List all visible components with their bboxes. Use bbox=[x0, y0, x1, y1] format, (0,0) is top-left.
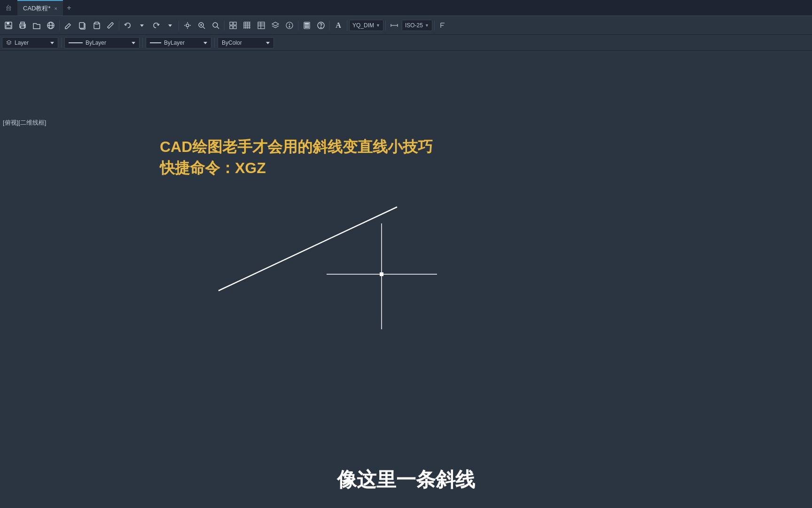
new-tab-button[interactable]: + bbox=[63, 0, 75, 16]
pan-button[interactable] bbox=[181, 18, 194, 32]
svg-point-50 bbox=[308, 27, 309, 28]
svg-point-6 bbox=[24, 25, 25, 26]
cad-drawing-canvas bbox=[0, 52, 812, 508]
grid-button[interactable] bbox=[226, 18, 240, 32]
separator bbox=[59, 20, 60, 31]
svg-rect-4 bbox=[21, 22, 24, 24]
crosshair-center bbox=[380, 272, 383, 276]
open-button[interactable] bbox=[30, 18, 43, 32]
svg-rect-14 bbox=[108, 22, 114, 28]
bylayer1-arrow bbox=[132, 41, 135, 45]
bylayer2-dropdown[interactable]: ByLayer bbox=[146, 37, 211, 48]
main-toolbar: A YQ_DIM ▼ ISO-25 ▼ bbox=[0, 16, 812, 35]
svg-marker-60 bbox=[50, 42, 54, 44]
redo-dropdown[interactable] bbox=[164, 18, 177, 32]
svg-rect-44 bbox=[305, 23, 309, 24]
undo-dropdown[interactable] bbox=[135, 18, 148, 32]
grid2-button[interactable] bbox=[241, 18, 254, 32]
iso-25-dropdown[interactable]: ISO-25 ▼ bbox=[402, 20, 432, 31]
separator9 bbox=[434, 20, 435, 31]
svg-rect-35 bbox=[258, 22, 265, 29]
inactive-tab[interactable]: 台 bbox=[0, 0, 17, 16]
text-button[interactable]: A bbox=[332, 18, 345, 32]
yq-dim-label: YQ_DIM bbox=[352, 22, 374, 29]
calculator-button[interactable] bbox=[300, 18, 313, 32]
copy-button[interactable] bbox=[76, 18, 89, 32]
svg-point-45 bbox=[305, 25, 306, 26]
svg-marker-59 bbox=[7, 40, 11, 43]
svg-marker-39 bbox=[272, 22, 279, 26]
text-icon: A bbox=[336, 21, 341, 30]
layers-button[interactable] bbox=[269, 18, 282, 32]
edit-button[interactable] bbox=[62, 18, 75, 32]
save-button[interactable] bbox=[2, 18, 15, 32]
zoom-plus-button[interactable] bbox=[195, 18, 208, 32]
layer-toolbar: Layer ByLayer ByLayer ByColor bbox=[0, 35, 812, 51]
svg-line-18 bbox=[203, 27, 205, 29]
svg-point-48 bbox=[305, 27, 306, 28]
separator3 bbox=[179, 20, 179, 31]
active-tab[interactable]: CAD教程* × bbox=[17, 0, 63, 16]
help-button[interactable] bbox=[314, 18, 328, 32]
separator8 bbox=[385, 20, 386, 31]
iso-25-arrow: ▼ bbox=[425, 23, 429, 28]
properties-button[interactable] bbox=[283, 18, 296, 32]
bycolor-dropdown[interactable]: ByColor bbox=[218, 37, 274, 48]
separator10 bbox=[61, 38, 62, 48]
bylayer1-dropdown[interactable]: ByLayer bbox=[64, 37, 140, 48]
close-tab-button[interactable]: × bbox=[55, 6, 57, 11]
separator6 bbox=[329, 20, 330, 31]
svg-marker-62 bbox=[132, 42, 135, 44]
svg-point-42 bbox=[289, 26, 290, 27]
line-icon bbox=[69, 42, 83, 44]
svg-rect-23 bbox=[230, 22, 233, 25]
yq-dim-dropdown[interactable]: YQ_DIM ▼ bbox=[349, 20, 383, 31]
layer-dropdown-arrow bbox=[50, 41, 54, 45]
subtitle-text: 像这里一条斜线 bbox=[337, 467, 475, 493]
bycolor-arrow bbox=[266, 41, 270, 45]
diagonal-line bbox=[219, 207, 397, 291]
separator11 bbox=[142, 38, 143, 48]
svg-point-52 bbox=[320, 27, 321, 28]
svg-point-46 bbox=[306, 25, 307, 26]
iso-25-label: ISO-25 bbox=[405, 22, 423, 29]
svg-point-47 bbox=[308, 25, 309, 26]
drawing-area: [俯视][二维线框] CAD绘图老手才会用的斜线变直线小技巧 快捷命令：XGZ … bbox=[0, 52, 812, 508]
svg-rect-2 bbox=[6, 25, 11, 28]
svg-marker-64 bbox=[203, 42, 207, 44]
layer-dropdown[interactable]: Layer bbox=[2, 37, 58, 48]
layer-label: Layer bbox=[15, 40, 29, 46]
svg-line-22 bbox=[217, 27, 219, 29]
svg-point-21 bbox=[213, 23, 218, 27]
separator2 bbox=[119, 20, 119, 31]
table-button[interactable] bbox=[255, 18, 268, 32]
dim-tool-button[interactable] bbox=[388, 18, 401, 32]
bylayer2-arrow bbox=[203, 41, 207, 45]
svg-marker-15 bbox=[140, 24, 144, 27]
undo-button[interactable] bbox=[121, 18, 134, 32]
measure-button[interactable] bbox=[104, 18, 117, 32]
paste-button[interactable] bbox=[90, 18, 103, 32]
redo-button[interactable] bbox=[149, 18, 163, 32]
svg-rect-24 bbox=[234, 22, 236, 25]
bylayer1-label: ByLayer bbox=[86, 40, 106, 46]
svg-rect-11 bbox=[79, 23, 84, 28]
svg-rect-13 bbox=[95, 22, 99, 24]
svg-rect-5 bbox=[21, 26, 24, 28]
separator5 bbox=[298, 20, 298, 31]
separator4 bbox=[224, 20, 225, 31]
separator7 bbox=[347, 20, 347, 31]
zoom-window-button[interactable] bbox=[209, 18, 222, 32]
separator12 bbox=[214, 38, 215, 48]
svg-rect-1 bbox=[7, 22, 9, 24]
svg-point-49 bbox=[306, 27, 307, 28]
svg-rect-26 bbox=[234, 26, 236, 29]
print-button[interactable] bbox=[16, 18, 29, 32]
svg-marker-65 bbox=[266, 42, 270, 44]
line2-icon bbox=[150, 42, 161, 44]
inactive-tab-label: 台 bbox=[6, 4, 12, 12]
svg-marker-16 bbox=[168, 24, 172, 27]
bycolor-label: ByColor bbox=[222, 40, 242, 46]
globe-button[interactable] bbox=[44, 18, 57, 32]
annotation-button[interactable] bbox=[437, 18, 450, 32]
